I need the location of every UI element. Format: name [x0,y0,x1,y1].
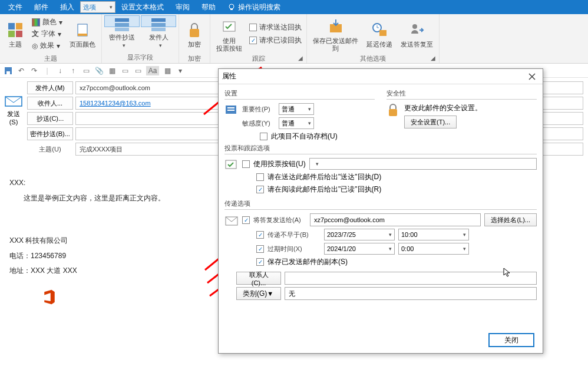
ribbon-tabbar: 文件 邮件 插入 选项 设置文本格式 审阅 帮助 操作说明搜索 [0,0,588,14]
expires-time[interactable]: 0:00 [398,243,469,255]
svg-point-19 [412,24,417,29]
security-text: 更改此邮件的安全设置。 [404,103,482,113]
svg-rect-12 [151,23,166,27]
dialog-close-button[interactable] [525,71,539,82]
properties-dialog: 属性 设置 重要性(P) 普通 敏感度(Y) 普通 安全性 [218,68,543,354]
svg-rect-1 [230,9,233,10]
colors-icon [32,18,40,27]
svg-rect-4 [8,31,15,37]
sensitivity-select[interactable]: 普通 [279,117,314,129]
importance-label: 重要性(P) [242,105,275,114]
dialog-close-action-button[interactable]: 关闭 [488,333,534,347]
svg-rect-21 [6,71,10,74]
not-before-time[interactable]: 10:00 [398,229,469,240]
tracking-dialog-launcher[interactable]: ◢ [298,55,305,62]
request-read-receipt[interactable]: 请求已读回执 [247,34,304,47]
redo-icon[interactable]: ↷ [29,66,39,75]
qat-item5[interactable]: ▦ [163,66,172,75]
lightbulb-icon [227,3,236,11]
contacts-input[interactable] [285,272,537,285]
category-button[interactable]: 类别(G) ▼ [236,287,281,300]
voting-button[interactable]: 使用 投票按钮 [213,15,246,54]
svg-rect-8 [115,18,129,22]
close-icon [528,73,536,80]
undo-icon[interactable]: ↶ [16,66,26,75]
use-voting-label: 使用投票按钮(U) [253,159,306,169]
vote-section-icon [224,158,239,172]
expires-label: 过期时间(X) [267,245,321,253]
sensitivity-label: 敏感度(Y) [242,119,275,128]
category-value: 无 [285,287,537,300]
reply-to-input[interactable] [310,213,481,226]
expires-checkbox[interactable] [256,245,264,253]
save-copy-label: 保存已发送邮件的副本(S) [267,257,348,267]
attach-icon[interactable]: 📎 [94,66,104,75]
read-receipt-checkbox[interactable] [256,186,264,193]
save-copy-checkbox[interactable] [256,258,264,266]
cc-field-button[interactable]: 抄送(C)... [27,112,73,125]
tab-format[interactable]: 设置文本格式 [115,0,170,15]
effects-icon: ◎ [32,42,38,50]
vote-icon [221,18,237,35]
tab-help[interactable]: 帮助 [196,0,222,15]
contacts-button[interactable]: 联系人(C)... [236,272,281,285]
svg-rect-5 [16,31,22,37]
svg-rect-7 [78,34,87,36]
save-sent-button[interactable]: 保存已发送邮件 到 [309,15,362,54]
send-button[interactable]: 发送 (S) [7,110,20,126]
bcc-button[interactable]: 密件抄送 [104,15,140,27]
save-icon[interactable] [4,66,13,75]
tab-review[interactable]: 审阅 [170,0,196,15]
not-before-date[interactable]: 2023/7/25 [324,229,395,240]
tab-options[interactable]: 选项 [80,1,115,13]
tab-file[interactable]: 文件 [2,0,28,15]
lock-icon [187,22,201,38]
group-label-more: 其他选项 [360,54,386,64]
svg-point-0 [229,4,234,9]
from-field-button[interactable]: 发件人(M) [27,81,73,94]
use-voting-checkbox[interactable] [242,160,250,168]
themes-button[interactable]: 主题 [2,15,28,54]
no-autoarchive-label: 此项目不自动存档(U) [271,131,338,141]
tab-mail[interactable]: 邮件 [28,0,54,15]
qat-more-icon[interactable]: ▾ [176,66,185,75]
delay-delivery-button[interactable]: 延迟传递 [363,15,396,54]
tell-me-search[interactable]: 操作说明搜索 [222,0,286,15]
request-delivery-receipt[interactable]: 请求送达回执 [247,21,304,34]
select-names-button[interactable]: 选择姓名(L)... [484,213,537,226]
fonts-button[interactable]: 文字体▾ [29,28,65,39]
svg-rect-2 [8,23,15,29]
group-label-tracking: 跟踪 [252,54,265,64]
qat-item4[interactable]: ▭ [133,66,143,75]
qat-item2[interactable]: ▦ [107,66,117,75]
security-settings-button[interactable]: 安全设置(T)... [404,116,457,128]
delivery-receipt-checkbox[interactable] [256,173,264,181]
svg-rect-9 [115,23,129,27]
qat-item[interactable]: ▭ [81,66,91,75]
arrow-down-icon[interactable]: ↓ [55,66,65,75]
arrow-up-icon[interactable]: ↑ [68,66,78,75]
voting-options-select[interactable] [309,158,537,170]
qat-item3[interactable]: ▭ [120,66,130,75]
font-highlight-icon[interactable]: Aa [146,66,159,75]
read-receipt-label: 请在阅读此邮件后给出"已读"回执(R) [267,184,381,194]
page-color-button[interactable]: 页面颜色 [66,15,99,54]
direct-replies-button[interactable]: 发送答复至 [397,15,437,54]
effects-button[interactable]: ◎效果▾ [29,40,65,51]
no-autoarchive-checkbox[interactable] [260,133,267,140]
delivery-receipt-label: 请在送达此邮件后给出"送达"回执(D) [267,172,381,182]
more-options-dialog-launcher[interactable]: ◢ [431,55,438,62]
to-field-button[interactable]: 收件人... [27,97,73,110]
not-before-checkbox[interactable] [256,231,264,239]
from-button[interactable]: 发件人 [141,15,176,27]
reply-to-checkbox[interactable] [242,216,250,224]
expires-date[interactable]: 2024/1/20 [324,243,395,255]
colors-button[interactable]: 颜色▾ [29,17,65,28]
svg-rect-3 [16,23,22,29]
ribbon: 主题 颜色▾ 文字体▾ ◎效果▾ 页面颜色 主题 密件抄送 发件人 [0,14,588,64]
importance-select[interactable]: 普通 [279,103,314,115]
encrypt-button[interactable]: 加密 [181,15,207,54]
tab-insert[interactable]: 插入 [54,0,80,15]
group-label-encrypt: 加密 [188,54,201,64]
bcc-field-button[interactable]: 密件抄送(B)... [27,127,73,140]
